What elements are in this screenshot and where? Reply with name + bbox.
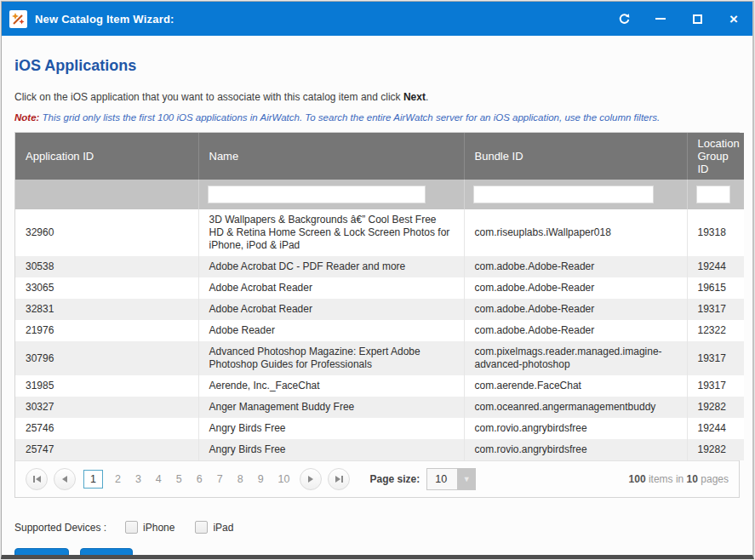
column-header-name[interactable]: Name: [198, 133, 464, 180]
page-number[interactable]: 3: [131, 473, 146, 485]
table-row[interactable]: 30327Anger Management Buddy Freecom.ocea…: [15, 397, 744, 418]
cell-location-group-id: 19282: [687, 439, 744, 460]
minimize-icon: [655, 18, 666, 20]
cell-location-group-id: 19317: [687, 341, 744, 375]
cell-location-group-id: 19244: [687, 256, 744, 277]
first-page-button[interactable]: [26, 468, 48, 490]
page-size-label: Page size:: [369, 473, 420, 485]
chevron-down-icon: ▼: [463, 475, 471, 483]
cell-bundle-id: com.pixelmags.reader.managed.imagine-adv…: [464, 341, 687, 375]
filter-cell-application-id: [15, 180, 198, 209]
cell-bundle-id: com.adobe.Adobe-Reader: [464, 320, 687, 341]
cell-name: Adobe Acrobat DC - PDF Reader and more: [198, 256, 464, 277]
last-page-icon: [341, 476, 343, 483]
cell-name: Adobe Reader: [198, 320, 464, 341]
instruction-text: Click on the iOS application that you wa…: [14, 91, 740, 103]
cell-application-id: 30538: [15, 256, 198, 277]
cell-bundle-id: com.oceanred.angermanagementbuddy: [464, 397, 687, 418]
page-number[interactable]: 2: [111, 473, 125, 485]
page-number[interactable]: 5: [172, 473, 186, 485]
column-header-bundle-id[interactable]: Bundle ID: [464, 133, 687, 180]
instruction-emphasis: Next: [403, 91, 426, 103]
applications-grid: Application ID Name Bundle ID Location G…: [14, 132, 740, 498]
cell-bundle-id: com.rovio.angrybirdsfree: [464, 439, 687, 460]
iphone-checkbox-option[interactable]: iPhone: [125, 521, 174, 534]
wizard-window: New Catalog Item Wizard: × iOS Applicati…: [1, 1, 754, 559]
cell-bundle-id: com.adobe.Adobe-Reader: [464, 277, 687, 299]
last-page-button[interactable]: [328, 468, 350, 490]
items-count: 100: [629, 473, 646, 485]
last-page-icon-arrow: [335, 476, 340, 483]
pages-text: pages: [698, 473, 729, 485]
page-size-value: 10: [426, 468, 457, 490]
close-button[interactable]: ×: [727, 12, 741, 26]
refresh-icon: [618, 13, 631, 26]
filter-row: [15, 180, 744, 209]
name-filter-input[interactable]: [208, 186, 426, 203]
minimize-button[interactable]: [654, 12, 667, 26]
cell-application-id: 21976: [15, 320, 198, 341]
table-row[interactable]: 32831Adobe Acrobat Readercom.adobe.Adobe…: [15, 299, 744, 320]
iphone-checkbox[interactable]: [125, 521, 138, 534]
cell-application-id: 32831: [15, 299, 198, 320]
location-group-id-filter-input[interactable]: [696, 186, 730, 203]
page-numbers: 12345678910: [82, 470, 294, 489]
cell-bundle-id: com.riseuplabs.iWallpaper018: [464, 209, 687, 256]
cell-name: 3D Wallpapers & Backgrounds â€” Cool Bes…: [198, 209, 464, 256]
instruction-suffix: .: [426, 91, 428, 103]
cell-application-id: 31985: [15, 375, 198, 397]
table-row[interactable]: 21976Adobe Readercom.adobe.Adobe-Reader1…: [15, 320, 744, 341]
next-page-button[interactable]: [300, 468, 322, 490]
ipad-checkbox[interactable]: [195, 521, 208, 534]
cell-location-group-id: 19282: [687, 397, 744, 418]
cell-application-id: 32960: [15, 209, 198, 256]
column-header-location-group-id[interactable]: Location Group ID: [687, 133, 744, 180]
bundle-id-filter-input[interactable]: [473, 186, 654, 203]
page-size-dropdown-button[interactable]: ▼: [457, 468, 476, 490]
table-row[interactable]: 31985Aerende, Inc._FaceChatcom.aerende.F…: [15, 375, 744, 397]
cell-bundle-id: com.aerende.FaceChat: [464, 375, 687, 397]
cell-name: Advanced Photoshop Magazine: Expert Adob…: [198, 341, 464, 375]
table-row[interactable]: 329603D Wallpapers & Backgrounds â€” Coo…: [15, 209, 744, 256]
page-number-current[interactable]: 1: [83, 470, 103, 489]
page-number[interactable]: 6: [192, 473, 207, 485]
page-number[interactable]: 10: [274, 473, 295, 485]
applications-table: Application ID Name Bundle ID Location G…: [15, 133, 744, 460]
previous-page-button[interactable]: [54, 468, 76, 490]
page-size-dropdown[interactable]: 10 ▼: [426, 468, 476, 490]
filter-cell-bundle-id: [464, 180, 687, 209]
cell-name: Anger Management Buddy Free: [198, 397, 464, 418]
page-number[interactable]: 8: [233, 473, 248, 485]
ipad-checkbox-option[interactable]: iPad: [195, 521, 233, 534]
instruction-prefix: Click on the iOS application that you wa…: [14, 91, 403, 103]
note-text: Note: This grid only lists the first 100…: [14, 112, 740, 123]
first-page-icon-arrow: [36, 476, 41, 483]
cell-location-group-id: 19317: [687, 375, 744, 397]
cell-bundle-id: com.rovio.angrybirdsfree: [464, 418, 687, 439]
next-page-icon: [308, 476, 313, 483]
table-row[interactable]: 25747Angry Birds Freecom.rovio.angrybird…: [15, 439, 744, 460]
cell-application-id: 25747: [15, 439, 198, 460]
page-size-group: Page size: 10 ▼: [369, 468, 476, 490]
cell-location-group-id: 19244: [687, 418, 744, 439]
maximize-icon: [693, 14, 702, 24]
page-number[interactable]: 4: [152, 473, 166, 485]
table-header-row: Application ID Name Bundle ID Location G…: [15, 133, 744, 180]
cell-location-group-id: 19317: [687, 299, 744, 320]
wizard-app-icon: [9, 10, 27, 28]
pager-summary: 100 items in 10 pages: [629, 473, 729, 485]
table-row[interactable]: 25746Angry Birds Freecom.rovio.angrybird…: [15, 418, 744, 439]
back-button[interactable]: Back: [14, 548, 69, 559]
supported-devices-row: Supported Devices : iPhone iPad: [14, 521, 740, 534]
page-number[interactable]: 9: [254, 473, 268, 485]
maximize-button[interactable]: [690, 12, 704, 26]
cell-location-group-id: 19318: [687, 209, 744, 256]
table-row[interactable]: 30796Advanced Photoshop Magazine: Expert…: [15, 341, 744, 375]
refresh-button[interactable]: [617, 12, 631, 26]
table-row[interactable]: 30538Adobe Acrobat DC - PDF Reader and m…: [15, 256, 744, 277]
filter-cell-location-group-id: [687, 180, 744, 209]
table-row[interactable]: 33065Adobe Acrobat Readercom.adobe.Adobe…: [15, 277, 744, 299]
page-number[interactable]: 7: [213, 473, 227, 485]
column-header-application-id[interactable]: Application ID: [15, 133, 198, 180]
next-button[interactable]: Next: [80, 548, 133, 559]
